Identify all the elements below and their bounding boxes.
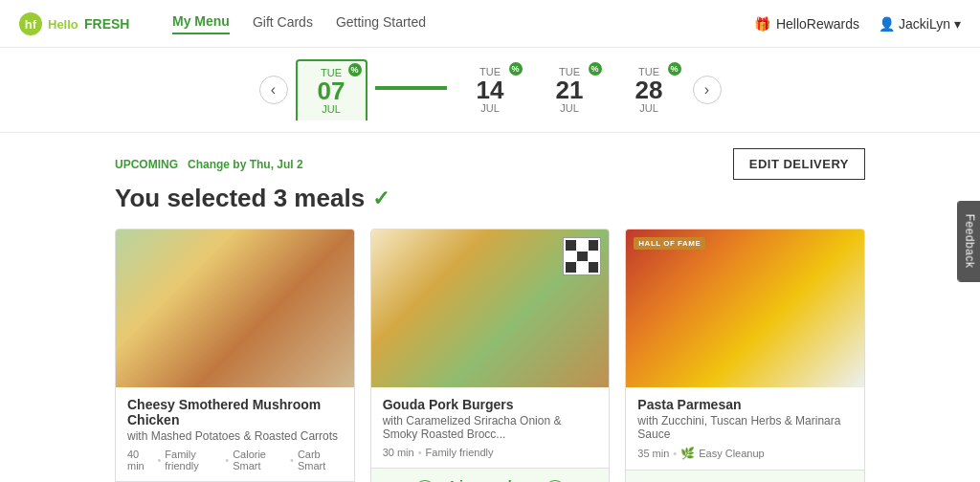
meal-time-2: 30 min: [383, 447, 414, 458]
meal-tag-3a: Easy Cleanup: [699, 448, 765, 459]
hall-of-fame-badge: HALL OF FAME: [634, 237, 705, 250]
meal-tags-1: 40 min • Family friendly • Calorie Smart…: [127, 449, 343, 471]
feedback-label: Feedback: [964, 214, 977, 269]
meal-desc-1: with Mashed Potatoes & Roasted Carrots: [127, 429, 343, 443]
nav-links: My Menu Gift Cards Getting Started: [172, 13, 426, 34]
meal-name-1: Cheesy Smothered Mushroom Chicken: [127, 397, 343, 427]
hello-rewards-btn[interactable]: 🎁 HelloRewards: [754, 16, 859, 32]
svg-text:hf: hf: [25, 17, 37, 32]
meals-grid: Cheesy Smothered Mushroom Chicken with M…: [115, 229, 865, 482]
date-next-btn[interactable]: ›: [693, 76, 722, 104]
date-month-jul14: JUL: [480, 102, 500, 114]
meal-card-body-2: Gouda Pork Burgers with Caramelized Srir…: [371, 387, 610, 468]
meal-tag-1a: Family friendly: [165, 449, 221, 471]
logo-svg: hf Hello FRESH: [19, 10, 144, 38]
navbar: hf Hello FRESH My Menu Gift Cards Gettin…: [0, 0, 980, 48]
meal-card-3: HALL OF FAME Pasta Parmesan with Zucchin…: [625, 229, 865, 482]
date-badge-jul28: %: [668, 62, 681, 76]
nav-gift-cards[interactable]: Gift Cards: [253, 14, 313, 33]
date-badge-jul07: %: [348, 63, 362, 77]
feedback-tab[interactable]: Feedback: [958, 201, 980, 282]
chevron-down-icon: ▾: [954, 16, 961, 32]
meal-name-3: Pasta Parmesan: [637, 397, 853, 412]
upcoming-row: UPCOMING Change by Thu, Jul 2 EDIT DELIV…: [115, 148, 865, 180]
upcoming-text: UPCOMING Change by Thu, Jul 2: [115, 158, 303, 171]
meal-image-2: [371, 230, 610, 387]
date-badge-jul14: %: [509, 62, 523, 76]
date-month-jul28: JUL: [639, 102, 658, 114]
main-content: UPCOMING Change by Thu, Jul 2 EDIT DELIV…: [0, 133, 980, 482]
meal-card-2: Gouda Pork Burgers with Caramelized Srir…: [370, 229, 611, 482]
gift-icon: 🎁: [754, 16, 770, 32]
meal-tag-1c: Carb Smart: [298, 449, 343, 471]
meal-image-3: HALL OF FAME: [626, 230, 864, 387]
meal-tags-3: 35 min • 🌿 Easy Cleanup: [637, 447, 853, 460]
meal-desc-2: with Caramelized Sriracha Onion & Smoky …: [383, 414, 598, 441]
meal-time-3: 35 min: [637, 448, 669, 459]
meal-image-1: [116, 230, 354, 387]
svg-text:Hello: Hello: [48, 17, 78, 32]
meal-tag-2a: Family friendly: [426, 447, 494, 458]
upcoming-label: UPCOMING: [115, 158, 178, 171]
date-jul-07[interactable]: % TUE 07 JUL: [296, 59, 368, 120]
user-icon: 👤: [879, 16, 895, 32]
meal-tags-2: 30 min • Family friendly: [383, 447, 598, 458]
date-picker: ‹ % TUE 07 JUL % TUE 14 JUL % TUE 21 JUL…: [0, 48, 980, 133]
meal-card-body-3: Pasta Parmesan with Zucchini, Tuscan Her…: [626, 387, 864, 470]
meal-tag-1b: Calorie Smart: [233, 449, 286, 471]
date-month-jul07: JUL: [322, 103, 341, 115]
meal-card-1: Cheesy Smothered Mushroom Chicken with M…: [115, 229, 355, 482]
date-jul-14[interactable]: % TUE 14 JUL: [455, 60, 526, 120]
quantity-row-2: − 1 in your box ( 2 servings ) +: [371, 468, 610, 482]
nav-right: 🎁 HelloRewards 👤 JackiLyn ▾: [754, 16, 961, 32]
selected-meals-text: You selected 3 meals: [115, 184, 365, 213]
date-jul-28[interactable]: % TUE 28 JUL: [613, 60, 685, 120]
selected-meals-title: You selected 3 meals ✓: [115, 184, 865, 213]
svg-text:FRESH: FRESH: [84, 16, 129, 32]
edit-delivery-btn[interactable]: EDIT DELIVERY: [733, 148, 865, 180]
date-num-jul07: 07: [318, 78, 345, 103]
change-link[interactable]: Change by Thu, Jul 2: [188, 158, 303, 171]
hello-rewards-label: HelloRewards: [776, 16, 859, 32]
date-jul-21[interactable]: % TUE 21 JUL: [534, 60, 606, 120]
meal-desc-3: with Zucchini, Tuscan Herbs & Marinara S…: [637, 414, 853, 441]
logo[interactable]: hf Hello FRESH: [19, 10, 144, 38]
eco-leaf-icon: 🌿: [680, 447, 695, 460]
meal-name-2: Gouda Pork Burgers: [383, 397, 598, 412]
date-num-jul21: 21: [556, 77, 584, 102]
user-menu[interactable]: 👤 JackiLyn ▾: [879, 16, 961, 32]
date-num-jul28: 28: [635, 77, 663, 102]
meal-card-body-1: Cheesy Smothered Mushroom Chicken with M…: [116, 387, 354, 481]
date-prev-btn[interactable]: ‹: [259, 76, 288, 104]
qty-box-text-2: 1 in your box: [448, 478, 531, 482]
date-month-jul21: JUL: [560, 102, 579, 114]
quantity-row-3: − 1 in your box ( 2 servings ) +: [626, 470, 864, 482]
check-icon: ✓: [372, 186, 390, 211]
date-badge-jul21: %: [589, 62, 602, 76]
nav-my-menu[interactable]: My Menu: [172, 13, 230, 34]
meal-time-1: 40 min: [127, 449, 153, 471]
user-name: JackiLyn: [899, 16, 950, 32]
nav-getting-started[interactable]: Getting Started: [336, 14, 426, 33]
date-num-jul14: 14: [477, 77, 504, 102]
qty-text-2: 1 in your box ( 2 servings ): [448, 478, 531, 482]
